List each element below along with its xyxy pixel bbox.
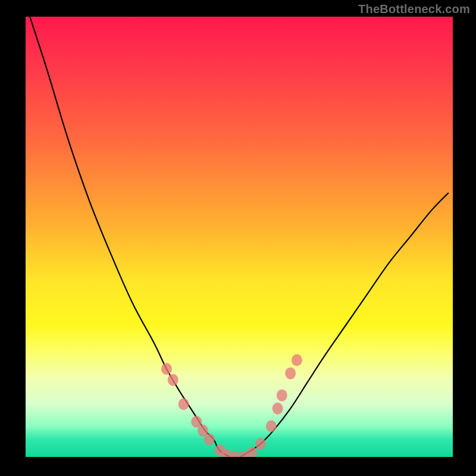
curve-marker <box>168 374 178 386</box>
curve-marker <box>277 389 287 401</box>
curve-marker <box>255 438 266 450</box>
curve-marker <box>198 425 208 437</box>
curve-marker <box>285 367 296 379</box>
chart-frame: TheBottleneck.com <box>0 0 476 476</box>
curve-marker <box>266 420 277 432</box>
curve-markers <box>161 354 302 457</box>
curve-marker <box>238 451 249 457</box>
watermark-text: TheBottleneck.com <box>358 2 470 16</box>
curve-marker <box>204 433 215 445</box>
curve-marker <box>247 447 258 457</box>
curve-marker <box>273 403 283 415</box>
plot-area <box>26 17 453 457</box>
curve-svg <box>26 17 453 457</box>
curve-marker <box>178 398 189 410</box>
curve-marker <box>221 449 231 457</box>
curve-marker <box>191 416 202 428</box>
curve-marker <box>292 354 302 366</box>
curve-marker <box>215 444 226 456</box>
curve-marker <box>230 451 240 457</box>
bottleneck-curve <box>30 17 449 457</box>
curve-marker <box>161 363 172 375</box>
